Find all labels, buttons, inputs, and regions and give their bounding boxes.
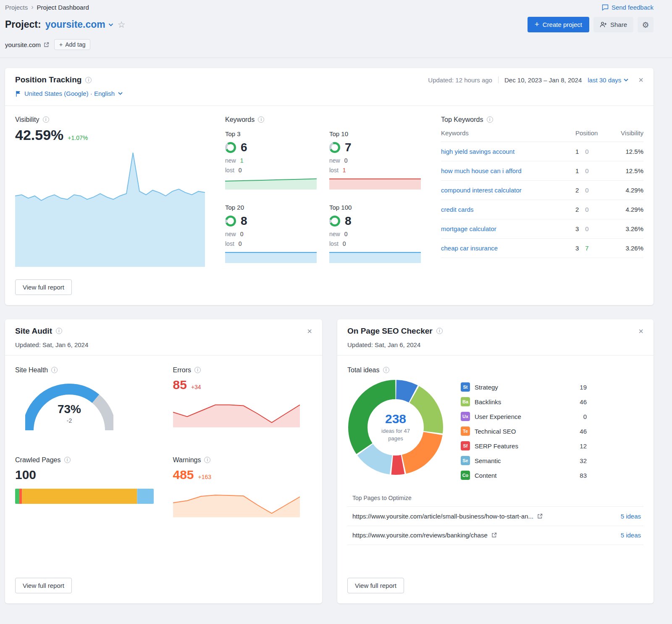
header-actions: + Create project Share ⚙ <box>528 17 654 32</box>
info-icon[interactable]: i <box>383 367 389 373</box>
top-pages-section: Top Pages to Optimize https://www.yoursi… <box>347 495 643 545</box>
top20-trend-chart <box>225 251 317 263</box>
visibility-section: Visibility i 42.59% +1.07% <box>15 116 205 267</box>
top3-trend-chart <box>225 178 317 190</box>
table-header: Keywords Position Visibility <box>441 124 643 142</box>
seo-checker-title: On Page SEO Checker <box>347 326 433 336</box>
chevron-down-icon <box>118 92 123 95</box>
external-link-icon <box>491 532 497 538</box>
keywords-label: Keywords <box>225 116 255 124</box>
warnings-trend-chart <box>173 487 300 517</box>
view-full-report-button[interactable]: View full report <box>15 279 72 295</box>
add-tag-button[interactable]: + Add tag <box>54 39 90 50</box>
site-audit-card: Site Audit i × Updated: Sat, Jan 6, 2024… <box>5 319 322 603</box>
page-url-link[interactable]: https://www.yoursite.com/article/small-b… <box>352 513 543 520</box>
external-link-icon <box>537 513 543 519</box>
ring-progress-icon <box>329 216 340 226</box>
keyword-row: compound interest calculator 20 4.29% <box>441 181 643 200</box>
top-pages-label: Top Pages to Optimize <box>347 495 643 506</box>
keyword-bucket-top-100: Top 100 8 new0 lost0 <box>329 204 421 263</box>
legend-item-backlinks: Ba Backlinks 46 <box>461 395 587 409</box>
settings-gear-button[interactable]: ⚙ <box>638 17 654 32</box>
top-keywords-section: Top Keywords i Keywords Position Visibil… <box>441 116 643 267</box>
errors-delta: +34 <box>191 384 201 390</box>
domain-link[interactable]: yoursite.com <box>5 41 49 48</box>
position-tracking-title: Position Tracking <box>15 75 81 84</box>
view-full-report-button[interactable]: View full report <box>15 578 72 593</box>
lost-count: 0 <box>239 167 242 174</box>
info-icon[interactable]: i <box>194 367 201 373</box>
locale-dropdown[interactable]: United States (Google) · English <box>15 90 123 97</box>
location-flag-icon <box>15 90 21 97</box>
divider <box>498 76 499 83</box>
favorite-star-icon[interactable]: ☆ <box>118 20 126 29</box>
close-icon[interactable]: × <box>638 76 643 84</box>
ideas-count-link[interactable]: 5 ideas <box>621 513 641 520</box>
new-count: 0 <box>344 231 348 237</box>
send-feedback-link[interactable]: Send feedback <box>602 4 654 11</box>
user-experience-chip-icon: Ux <box>461 412 470 421</box>
close-icon[interactable]: × <box>307 327 312 335</box>
close-icon[interactable]: × <box>638 327 643 335</box>
period-dropdown[interactable]: last 30 days <box>588 76 628 84</box>
legend-item-technical-seo: Te Technical SEO 46 <box>461 424 587 439</box>
lost-count: 0 <box>343 240 346 247</box>
keyword-link[interactable]: mortgage calculator <box>441 225 567 232</box>
errors-section: Errors i 85 +34 <box>173 366 312 433</box>
info-icon[interactable]: i <box>43 116 49 123</box>
keyword-row: how much house can i afford 10 12.5% <box>441 161 643 181</box>
warnings-delta: +163 <box>198 474 212 480</box>
visibility-value: 42.59% <box>15 127 63 143</box>
external-link-icon <box>44 42 49 47</box>
keyword-link[interactable]: high yield savings account <box>441 148 567 155</box>
legend-item-semantic: Se Semantic 32 <box>461 453 587 468</box>
keyword-link[interactable]: credit cards <box>441 206 567 213</box>
lost-count: 1 <box>343 167 346 174</box>
serp-features-chip-icon: Sf <box>461 441 470 450</box>
updated-text: Updated: Sat, Jan 6, 2024 <box>347 341 643 348</box>
info-icon[interactable]: i <box>51 367 58 373</box>
keyword-link[interactable]: how much house can i afford <box>441 167 567 174</box>
top-page-row: https://www.yoursite.com/reviews/banking… <box>347 526 643 545</box>
crawled-pages-section: Crawled Pages i 100 <box>15 456 155 517</box>
visibility-delta: +1.07% <box>68 134 88 141</box>
ring-progress-icon <box>225 216 236 226</box>
info-icon[interactable]: i <box>487 116 493 123</box>
info-icon[interactable]: i <box>204 457 210 463</box>
info-icon[interactable]: i <box>64 457 71 463</box>
keywords-section: Keywords i Top 3 6 new1 lost0 <box>225 116 421 267</box>
keyword-link[interactable]: compound interest calculator <box>441 187 567 194</box>
visibility-trend-chart <box>15 150 205 267</box>
warnings-section: Warnings i 485 +163 <box>173 456 312 517</box>
breadcrumb-projects-link[interactable]: Projects <box>5 4 28 11</box>
page-url-link[interactable]: https://www.yoursite.com/reviews/banking… <box>352 532 497 539</box>
total-ideas-label: Total ideas <box>347 366 380 374</box>
view-full-report-button[interactable]: View full report <box>347 578 404 593</box>
info-icon[interactable]: i <box>56 328 62 334</box>
keyword-link[interactable]: cheap car insurance <box>441 245 567 252</box>
new-count: 1 <box>240 157 244 164</box>
ideas-count-link[interactable]: 5 ideas <box>621 532 641 539</box>
bucket-value: 7 <box>345 141 352 154</box>
legend-item-serp-features: Sf SERP Features 12 <box>461 439 587 453</box>
legend-item-user-experience: Ux User Experience 0 <box>461 409 587 424</box>
site-health-section: Site Health i 73% -2 <box>15 366 155 433</box>
info-icon[interactable]: i <box>436 328 443 334</box>
visibility-label: Visibility <box>15 116 39 124</box>
info-icon[interactable]: i <box>85 77 92 83</box>
technical-seo-chip-icon: Te <box>461 427 470 436</box>
seo-checker-card: On Page SEO Checker i × Updated: Sat, Ja… <box>337 319 654 603</box>
top-page-row: https://www.yoursite.com/article/small-b… <box>347 506 643 526</box>
crawled-pages-bar <box>15 489 154 504</box>
bucket-value: 8 <box>345 214 352 228</box>
keyword-bucket-top-10: Top 10 7 new0 lost1 <box>329 130 421 190</box>
date-range: Dec 10, 2023 – Jan 8, 2024 <box>504 76 582 84</box>
info-icon[interactable]: i <box>258 116 264 123</box>
feedback-bubble-icon <box>602 4 609 11</box>
total-ideas-sublabel: ideas for 47 pages <box>375 427 416 442</box>
create-project-button[interactable]: + Create project <box>528 17 589 32</box>
share-button[interactable]: Share <box>593 17 633 32</box>
bucket-value: 6 <box>241 141 247 154</box>
project-name-dropdown[interactable]: yoursite.com <box>45 19 113 30</box>
keyword-row: high yield savings account 10 12.5% <box>441 142 643 161</box>
